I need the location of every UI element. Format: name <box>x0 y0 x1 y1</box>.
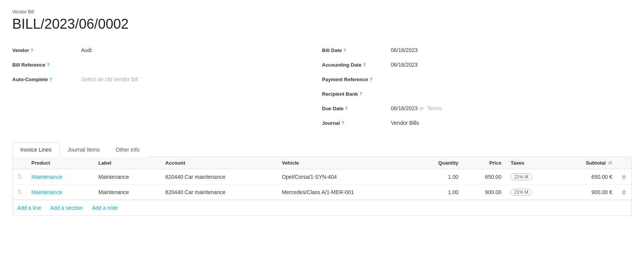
bill-date-help-icon[interactable]: ? <box>343 48 346 52</box>
due-date-terms[interactable]: Terms <box>427 105 442 111</box>
row-account-1: 620440 Car maintenance <box>161 185 277 200</box>
auto-complete-row: Auto-Complete ? Select an old vendor bil… <box>12 72 322 87</box>
due-date-help-icon[interactable]: ? <box>345 106 348 111</box>
due-date-value[interactable]: 06/16/2023 <box>391 105 418 111</box>
recipient-bank-row: Recipient Bank ? <box>322 87 632 101</box>
col-quantity: Quantity <box>414 157 463 169</box>
vendor-help-icon[interactable]: ? <box>31 48 33 52</box>
accounting-date-value[interactable]: 06/16/2023 <box>391 62 418 68</box>
vendor-row: Vendor ? Audi <box>12 43 322 57</box>
accounting-date-help-icon[interactable]: ? <box>363 62 366 67</box>
tax-badge-1: 21% M <box>511 189 532 196</box>
bill-date-value[interactable]: 06/16/2023 <box>391 47 418 53</box>
recipient-bank-help-icon[interactable]: ? <box>359 91 362 96</box>
due-date-row: Due Date ? 06/16/2023 or Terms <box>322 101 632 116</box>
row-label-0: Maintenance <box>94 169 161 185</box>
tabs: Invoice Lines Journal Items Other Info <box>12 142 632 157</box>
journal-label: Journal ? <box>322 120 391 126</box>
row-price-0: 650.00 <box>463 169 506 185</box>
auto-complete-input[interactable]: Select an old vendor bill <box>81 76 138 82</box>
row-account-0: 620440 Car maintenance <box>161 169 277 185</box>
payment-reference-row: Payment Reference ? <box>322 72 632 87</box>
delete-icon-1[interactable]: 🗑 <box>621 189 627 195</box>
auto-complete-label: Auto-Complete ? <box>12 77 81 82</box>
row-vehicle-1: Mercedes/Class A/1-MER-001 <box>277 185 414 200</box>
table-header-row: Product Label Account Vehicle Quantity P… <box>13 157 631 169</box>
row-delete-0[interactable]: 🗑 <box>617 169 631 185</box>
col-vehicle: Vehicle <box>277 157 414 169</box>
vendor-value[interactable]: Audi <box>81 47 92 53</box>
col-subtotal: Subtotal ⇄ <box>557 157 617 169</box>
invoice-lines-table-container: Product Label Account Vehicle Quantity P… <box>12 157 632 200</box>
add-section-link[interactable]: Add a section <box>50 205 83 211</box>
col-actions <box>617 157 631 169</box>
table-row: ⇅ Maintenance Maintenance 620440 Car mai… <box>13 185 631 200</box>
table-body: ⇅ Maintenance Maintenance 620440 Car mai… <box>13 169 631 200</box>
add-note-link[interactable]: Add a note <box>92 205 118 211</box>
bill-date-row: Bill Date ? 06/16/2023 <box>322 43 632 57</box>
payment-reference-help-icon[interactable]: ? <box>370 77 372 82</box>
accounting-date-row: Accounting Date ? 06/16/2023 <box>322 57 632 72</box>
col-price: Price <box>463 157 506 169</box>
row-delete-1[interactable]: 🗑 <box>617 185 631 200</box>
vendor-label: Vendor ? <box>12 47 81 53</box>
tax-badge-0: 21% M <box>511 173 532 180</box>
col-drag <box>13 157 27 169</box>
due-date-label: Due Date ? <box>322 106 391 111</box>
recipient-bank-label: Recipient Bank ? <box>322 91 391 97</box>
due-date-or: or <box>419 105 424 111</box>
tab-invoice-lines[interactable]: Invoice Lines <box>12 142 60 157</box>
subtotal-settings-icon[interactable]: ⇄ <box>608 160 612 166</box>
row-drag-0[interactable]: ⇅ <box>13 169 27 185</box>
delete-icon-0[interactable]: 🗑 <box>621 174 627 180</box>
invoice-lines-table: Product Label Account Vehicle Quantity P… <box>13 157 631 200</box>
row-subtotal-0: 650.00 € <box>557 169 617 185</box>
bill-reference-row: Bill Reference ? <box>12 57 322 72</box>
row-drag-1[interactable]: ⇅ <box>13 185 27 200</box>
table-row: ⇅ Maintenance Maintenance 620440 Car mai… <box>13 169 631 185</box>
add-links-row: Add a line Add a section Add a note <box>12 200 632 216</box>
row-subtotal-1: 900.00 € <box>557 185 617 200</box>
row-label-1: Maintenance <box>94 185 161 200</box>
accounting-date-label: Accounting Date ? <box>322 62 391 68</box>
form-right: Bill Date ? 06/16/2023 Accounting Date ?… <box>322 43 632 130</box>
payment-reference-label: Payment Reference ? <box>322 77 391 82</box>
form-left: Vendor ? Audi Bill Reference ? Auto-Comp… <box>12 43 322 130</box>
journal-value[interactable]: Vendor Bills <box>391 120 419 126</box>
add-line-link[interactable]: Add a line <box>17 205 41 211</box>
row-product-1[interactable]: Maintenance <box>27 185 94 200</box>
page-title: BILL/2023/06/0002 <box>12 16 632 32</box>
col-label: Label <box>94 157 161 169</box>
col-account: Account <box>161 157 277 169</box>
col-product: Product <box>27 157 94 169</box>
bill-reference-help-icon[interactable]: ? <box>47 62 50 67</box>
row-quantity-1: 1.00 <box>414 185 463 200</box>
product-link-1[interactable]: Maintenance <box>31 189 62 195</box>
row-price-1: 900.00 <box>463 185 506 200</box>
row-quantity-0: 1.00 <box>414 169 463 185</box>
col-taxes: Taxes <box>506 157 557 169</box>
tab-other-info[interactable]: Other Info <box>108 142 148 157</box>
bill-date-label: Bill Date ? <box>322 47 391 53</box>
journal-row: Journal ? Vendor Bills <box>322 116 632 130</box>
row-taxes-0: 21% M <box>506 169 557 185</box>
form-grid: Vendor ? Audi Bill Reference ? Auto-Comp… <box>12 43 632 130</box>
journal-help-icon[interactable]: ? <box>342 121 344 125</box>
bill-reference-label: Bill Reference ? <box>12 62 81 68</box>
tab-journal-items[interactable]: Journal Items <box>60 142 108 157</box>
row-taxes-1: 21% M <box>506 185 557 200</box>
row-product-0[interactable]: Maintenance <box>27 169 94 185</box>
row-vehicle-0: Opel/Corsa/1-SYN-404 <box>277 169 414 185</box>
page-subtitle: Vendor Bill <box>12 9 632 15</box>
product-link-0[interactable]: Maintenance <box>31 174 62 180</box>
subtotal-label: Subtotal <box>586 160 606 166</box>
auto-complete-help-icon[interactable]: ? <box>49 77 52 82</box>
